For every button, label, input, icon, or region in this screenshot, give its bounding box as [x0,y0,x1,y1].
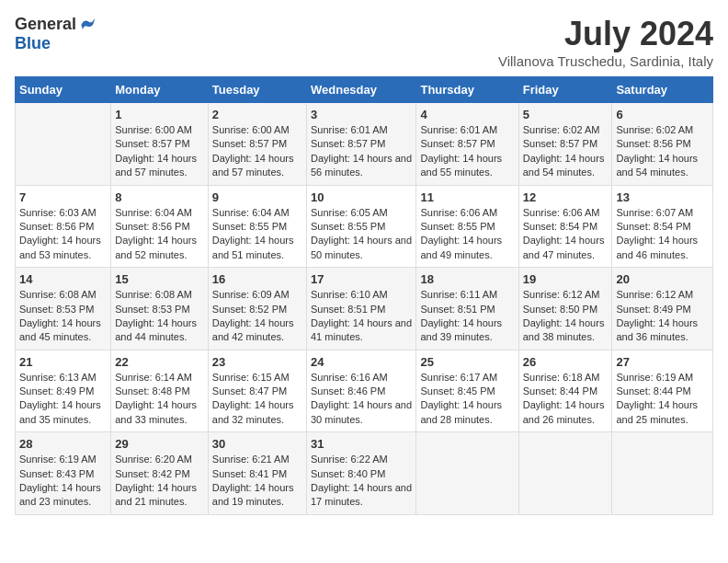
day-number: 5 [523,108,609,121]
day-number: 17 [311,272,412,286]
calendar-cell [518,432,612,515]
cell-info: Sunrise: 6:01 AMSunset: 8:57 PMDaylight:… [420,123,514,180]
cell-info: Sunrise: 6:16 AMSunset: 8:46 PMDaylight:… [311,371,412,428]
calendar-cell: 28Sunrise: 6:19 AMSunset: 8:43 PMDayligh… [16,432,111,515]
cell-info: Sunrise: 6:00 AMSunset: 8:57 PMDaylight:… [212,123,302,180]
cell-info: Sunrise: 6:19 AMSunset: 8:43 PMDaylight:… [19,453,107,510]
day-number: 6 [616,108,709,121]
calendar-cell: 17Sunrise: 6:10 AMSunset: 8:51 PMDayligh… [306,268,415,350]
calendar-cell: 24Sunrise: 6:16 AMSunset: 8:46 PMDayligh… [306,350,415,432]
day-number: 19 [523,272,609,286]
calendar-cell: 1Sunrise: 6:00 AMSunset: 8:57 PMDaylight… [111,103,209,186]
header-tuesday: Tuesday [208,77,306,103]
calendar-week-row: 14Sunrise: 6:08 AMSunset: 8:53 PMDayligh… [16,268,713,350]
calendar-cell: 5Sunrise: 6:02 AMSunset: 8:57 PMDaylight… [518,103,612,186]
calendar-cell: 9Sunrise: 6:04 AMSunset: 8:55 PMDaylight… [208,185,306,268]
calendar-cell: 2Sunrise: 6:00 AMSunset: 8:57 PMDaylight… [208,103,306,186]
calendar-week-row: 28Sunrise: 6:19 AMSunset: 8:43 PMDayligh… [16,432,713,515]
calendar-header-row: SundayMondayTuesdayWednesdayThursdayFrid… [16,77,713,103]
cell-info: Sunrise: 6:14 AMSunset: 8:48 PMDaylight:… [115,371,204,428]
day-number: 2 [212,108,302,121]
calendar-cell: 3Sunrise: 6:01 AMSunset: 8:57 PMDaylight… [306,103,415,186]
page-header: General Blue July 2024 Villanova Trusche… [15,15,713,69]
day-number: 13 [616,190,709,204]
location-subtitle: Villanova Truschedu, Sardinia, Italy [498,53,713,69]
calendar-cell: 30Sunrise: 6:21 AMSunset: 8:41 PMDayligh… [208,432,306,515]
cell-info: Sunrise: 6:04 AMSunset: 8:55 PMDaylight:… [212,206,302,263]
cell-info: Sunrise: 6:18 AMSunset: 8:44 PMDaylight:… [523,371,609,428]
cell-info: Sunrise: 6:17 AMSunset: 8:45 PMDaylight:… [420,371,514,428]
calendar-cell: 4Sunrise: 6:01 AMSunset: 8:57 PMDaylight… [416,103,518,186]
logo: General Blue [15,15,97,53]
calendar-table: SundayMondayTuesdayWednesdayThursdayFrid… [15,76,713,515]
day-number: 10 [311,190,412,204]
cell-info: Sunrise: 6:00 AMSunset: 8:57 PMDaylight:… [115,123,204,180]
day-number: 11 [420,190,514,204]
day-number: 31 [311,437,412,451]
cell-info: Sunrise: 6:12 AMSunset: 8:50 PMDaylight:… [523,288,609,345]
header-saturday: Saturday [612,77,713,103]
logo-blue: Blue [15,34,51,53]
logo-general: General [15,15,76,34]
calendar-cell: 20Sunrise: 6:12 AMSunset: 8:49 PMDayligh… [612,268,713,350]
cell-info: Sunrise: 6:04 AMSunset: 8:56 PMDaylight:… [115,206,204,263]
calendar-cell: 25Sunrise: 6:17 AMSunset: 8:45 PMDayligh… [416,350,518,432]
day-number: 26 [523,355,609,369]
day-number: 4 [420,108,514,121]
day-number: 22 [115,355,204,369]
cell-info: Sunrise: 6:06 AMSunset: 8:55 PMDaylight:… [420,206,514,263]
day-number: 27 [616,355,709,369]
calendar-cell: 7Sunrise: 6:03 AMSunset: 8:56 PMDaylight… [16,185,111,268]
cell-info: Sunrise: 6:12 AMSunset: 8:49 PMDaylight:… [616,288,709,345]
calendar-cell [416,432,518,515]
day-number: 9 [212,190,302,204]
calendar-cell: 14Sunrise: 6:08 AMSunset: 8:53 PMDayligh… [16,268,111,350]
calendar-cell: 16Sunrise: 6:09 AMSunset: 8:52 PMDayligh… [208,268,306,350]
day-number: 29 [115,437,204,451]
calendar-cell: 11Sunrise: 6:06 AMSunset: 8:55 PMDayligh… [416,185,518,268]
day-number: 14 [19,272,107,286]
day-number: 24 [311,355,412,369]
calendar-cell: 26Sunrise: 6:18 AMSunset: 8:44 PMDayligh… [518,350,612,432]
cell-info: Sunrise: 6:02 AMSunset: 8:57 PMDaylight:… [523,123,609,180]
day-number: 15 [115,272,204,286]
cell-info: Sunrise: 6:07 AMSunset: 8:54 PMDaylight:… [616,206,709,263]
day-number: 18 [420,272,514,286]
cell-info: Sunrise: 6:01 AMSunset: 8:57 PMDaylight:… [311,123,412,180]
calendar-cell: 19Sunrise: 6:12 AMSunset: 8:50 PMDayligh… [518,268,612,350]
calendar-cell: 12Sunrise: 6:06 AMSunset: 8:54 PMDayligh… [518,185,612,268]
day-number: 8 [115,190,204,204]
day-number: 7 [19,190,107,204]
calendar-cell [612,432,713,515]
day-number: 25 [420,355,514,369]
title-block: July 2024 Villanova Truschedu, Sardinia,… [498,15,713,69]
header-wednesday: Wednesday [306,77,415,103]
cell-info: Sunrise: 6:06 AMSunset: 8:54 PMDaylight:… [523,206,609,263]
calendar-cell: 18Sunrise: 6:11 AMSunset: 8:51 PMDayligh… [416,268,518,350]
header-thursday: Thursday [416,77,518,103]
cell-info: Sunrise: 6:05 AMSunset: 8:55 PMDaylight:… [311,206,412,263]
cell-info: Sunrise: 6:02 AMSunset: 8:56 PMDaylight:… [616,123,709,180]
calendar-week-row: 1Sunrise: 6:00 AMSunset: 8:57 PMDaylight… [16,103,713,186]
header-friday: Friday [518,77,612,103]
day-number: 30 [212,437,302,451]
day-number: 1 [115,108,204,121]
day-number: 12 [523,190,609,204]
cell-info: Sunrise: 6:11 AMSunset: 8:51 PMDaylight:… [420,288,514,345]
cell-info: Sunrise: 6:10 AMSunset: 8:51 PMDaylight:… [311,288,412,345]
calendar-cell: 8Sunrise: 6:04 AMSunset: 8:56 PMDaylight… [111,185,209,268]
calendar-cell [16,103,111,186]
calendar-cell: 23Sunrise: 6:15 AMSunset: 8:47 PMDayligh… [208,350,306,432]
cell-info: Sunrise: 6:21 AMSunset: 8:41 PMDaylight:… [212,453,302,510]
calendar-week-row: 7Sunrise: 6:03 AMSunset: 8:56 PMDaylight… [16,185,713,268]
header-monday: Monday [111,77,209,103]
calendar-cell: 31Sunrise: 6:22 AMSunset: 8:40 PMDayligh… [306,432,415,515]
month-title: July 2024 [498,15,713,53]
cell-info: Sunrise: 6:03 AMSunset: 8:56 PMDaylight:… [19,206,107,263]
cell-info: Sunrise: 6:13 AMSunset: 8:49 PMDaylight:… [19,371,107,428]
cell-info: Sunrise: 6:08 AMSunset: 8:53 PMDaylight:… [115,288,204,345]
calendar-cell: 22Sunrise: 6:14 AMSunset: 8:48 PMDayligh… [111,350,209,432]
cell-info: Sunrise: 6:20 AMSunset: 8:42 PMDaylight:… [115,453,204,510]
day-number: 3 [311,108,412,121]
logo-icon [78,16,97,34]
